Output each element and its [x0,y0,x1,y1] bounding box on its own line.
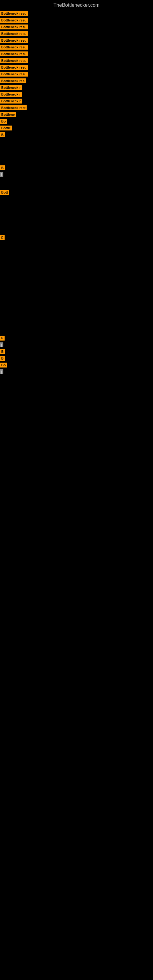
bottleneck-badge-3: Bottleneck resu [0,24,28,29]
list-item: | [0,342,153,347]
list-item: Bottle [0,126,153,130]
bottleneck-badge-23: E [0,235,5,240]
bottleneck-badge-29: | [0,369,3,374]
bottleneck-badge-16: Bottlene [0,112,16,117]
list-item: B [0,132,153,137]
list-item: Bottleneck resu [0,65,153,70]
bottleneck-badge-21: | [0,172,3,177]
list-item: Bottleneck r [0,99,153,103]
bottleneck-badge-5: Bottleneck resu [0,38,28,43]
bottleneck-badge-17: Bo [0,119,7,124]
list-item: E [0,235,153,240]
bottleneck-badge-24: E [0,336,5,340]
bottleneck-badge-6: Bottleneck resu [0,45,28,49]
list-item: Bottleneck resu [0,31,153,36]
bottleneck-badge-14: Bottleneck r [0,99,22,103]
list-item: B [0,349,153,354]
list-item: Bottleneck r [0,85,153,90]
list-item: Bottleneck resu [0,24,153,29]
bottleneck-badge-28: Bo [0,363,7,368]
site-title: TheBottlenecker.com [0,0,153,9]
bottleneck-badge-10: Bottleneck resu [0,72,28,76]
bottleneck-badge-8: Bottleneck resu [0,58,28,63]
bottleneck-badge-19: B [0,132,5,137]
list-item: Bott [0,190,153,195]
bottleneck-badge-9: Bottleneck resu [0,65,28,70]
list-item: Bottleneck resu [0,18,153,23]
list-item: Bottlene [0,112,153,117]
list-item: Bottleneck resu [0,51,153,56]
bottleneck-badge-22: Bott [0,190,9,195]
list-item: Bottleneck resu [0,45,153,49]
bottleneck-badge-26: B [0,349,5,354]
bottleneck-badge-15: Bottleneck rest [0,105,27,110]
bottleneck-badge-27: B [0,356,5,361]
bottleneck-badge-2: Bottleneck resu [0,18,28,23]
list-item: Bottleneck res [0,78,153,83]
list-item: | [0,369,153,374]
list-item: E [0,336,153,340]
bottleneck-badge-25: | [0,342,3,347]
bottleneck-badge-12: Bottleneck r [0,85,22,90]
list-item: Bottleneck rest [0,105,153,110]
bottleneck-badge-7: Bottleneck resu [0,51,28,56]
bottleneck-badge-13: Bottleneck r [0,92,22,97]
list-item: | [0,172,153,177]
list-item: Bottleneck resu [0,58,153,63]
list-item: Bo [0,119,153,124]
list-item: Bottleneck resu [0,11,153,16]
page-wrapper: TheBottlenecker.com Bottleneck resu Bott… [0,0,153,407]
list-item: Bo [0,363,153,368]
list-item: B [0,165,153,170]
bottleneck-badge-20: B [0,165,5,170]
bottleneck-badge-4: Bottleneck resu [0,31,28,36]
list-item: Bottleneck resu [0,38,153,43]
bottleneck-badge-11: Bottleneck res [0,78,26,83]
bottleneck-badge-18: Bottle [0,126,12,130]
list-item: Bottleneck r [0,92,153,97]
list-item: Bottleneck resu [0,72,153,76]
list-item: B [0,356,153,361]
bottleneck-badge-1: Bottleneck resu [0,11,28,16]
